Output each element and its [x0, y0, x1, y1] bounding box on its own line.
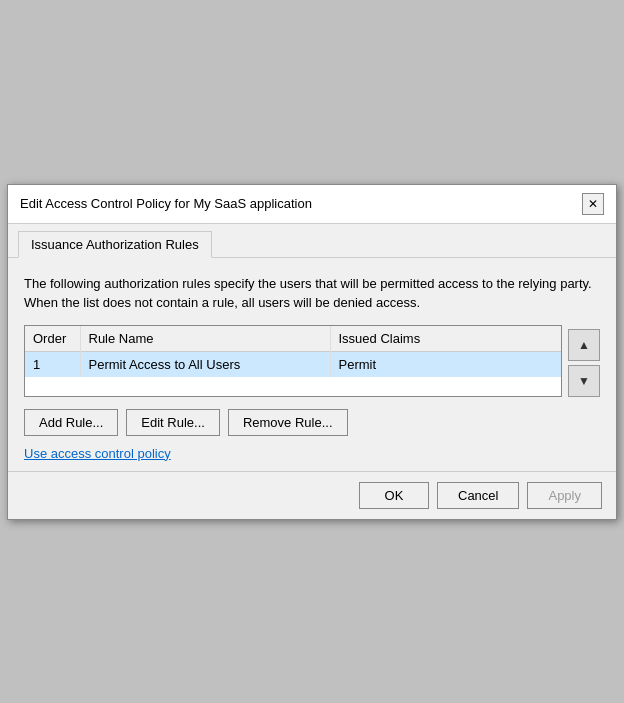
col-header-order: Order [25, 326, 80, 352]
col-header-issued-claims: Issued Claims [330, 326, 561, 352]
action-buttons-row: Add Rule... Edit Rule... Remove Rule... [24, 409, 600, 436]
move-up-button[interactable] [568, 329, 600, 361]
dialog-title: Edit Access Control Policy for My SaaS a… [20, 196, 312, 211]
cancel-button[interactable]: Cancel [437, 482, 519, 509]
arrow-buttons [568, 325, 600, 397]
tab-bar: Issuance Authorization Rules [8, 224, 616, 258]
close-button[interactable]: ✕ [582, 193, 604, 215]
description-text: The following authorization rules specif… [24, 274, 600, 313]
table-section: Order Rule Name Issued Claims 1 Permit A… [24, 325, 600, 397]
edit-access-control-dialog: Edit Access Control Policy for My SaaS a… [7, 184, 617, 520]
edit-rule-button[interactable]: Edit Rule... [126, 409, 220, 436]
title-bar: Edit Access Control Policy for My SaaS a… [8, 185, 616, 224]
cell-issued-claims: Permit [330, 351, 561, 377]
apply-button[interactable]: Apply [527, 482, 602, 509]
rules-table: Order Rule Name Issued Claims 1 Permit A… [25, 326, 561, 377]
move-down-button[interactable] [568, 365, 600, 397]
cell-rule-name: Permit Access to All Users [80, 351, 330, 377]
use-access-control-policy-link[interactable]: Use access control policy [24, 446, 600, 461]
add-rule-button[interactable]: Add Rule... [24, 409, 118, 436]
cell-order: 1 [25, 351, 80, 377]
content-area: The following authorization rules specif… [8, 258, 616, 471]
arrow-up-icon [578, 337, 590, 352]
dialog-footer: OK Cancel Apply [8, 471, 616, 519]
table-body: 1 Permit Access to All Users Permit [25, 351, 561, 377]
ok-button[interactable]: OK [359, 482, 429, 509]
remove-rule-button[interactable]: Remove Rule... [228, 409, 348, 436]
arrow-down-icon [578, 373, 590, 388]
col-header-rule-name: Rule Name [80, 326, 330, 352]
tab-issuance-authorization-rules[interactable]: Issuance Authorization Rules [18, 231, 212, 258]
table-header-row: Order Rule Name Issued Claims [25, 326, 561, 352]
table-row[interactable]: 1 Permit Access to All Users Permit [25, 351, 561, 377]
rules-table-container: Order Rule Name Issued Claims 1 Permit A… [24, 325, 562, 397]
